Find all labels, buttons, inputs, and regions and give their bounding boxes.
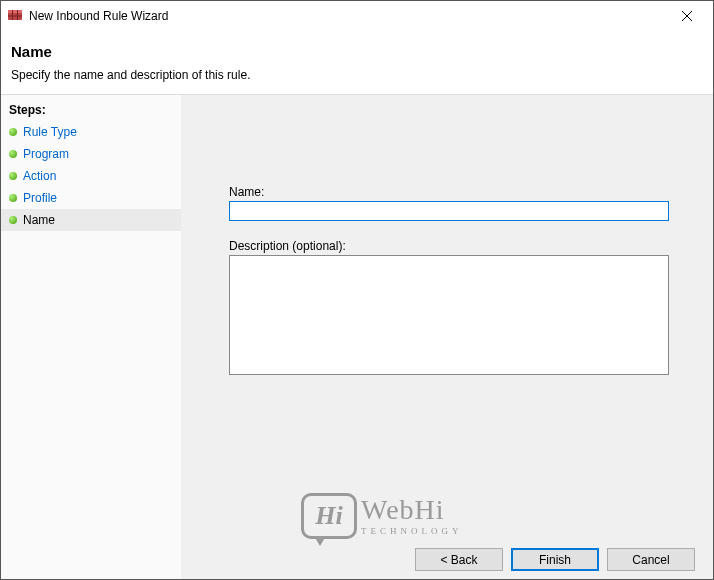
steps-label: Steps: — [1, 99, 181, 121]
step-profile[interactable]: Profile — [1, 187, 181, 209]
step-dot-icon — [9, 194, 17, 202]
firewall-icon — [7, 7, 23, 26]
back-button[interactable]: < Back — [415, 548, 503, 571]
svg-rect-2 — [8, 15, 22, 17]
svg-rect-1 — [8, 10, 22, 13]
name-input[interactable] — [229, 201, 669, 221]
wizard-window: New Inbound Rule Wizard Name Specify the… — [0, 0, 714, 580]
step-program[interactable]: Program — [1, 143, 181, 165]
step-link-action[interactable]: Action — [23, 169, 56, 183]
step-link-profile[interactable]: Profile — [23, 191, 57, 205]
step-rule-type[interactable]: Rule Type — [1, 121, 181, 143]
name-label: Name: — [229, 185, 685, 199]
cancel-button[interactable]: Cancel — [607, 548, 695, 571]
step-dot-icon — [9, 216, 17, 224]
description-textarea[interactable] — [229, 255, 669, 375]
finish-button[interactable]: Finish — [511, 548, 599, 571]
steps-sidebar: Steps: Rule Type Program Action Profile … — [1, 95, 181, 580]
svg-rect-4 — [17, 10, 18, 20]
step-action[interactable]: Action — [1, 165, 181, 187]
step-dot-icon — [9, 172, 17, 180]
step-label-name: Name — [23, 213, 55, 227]
description-label: Description (optional): — [229, 239, 685, 253]
wizard-header: Name Specify the name and description of… — [1, 31, 713, 95]
page-subtitle: Specify the name and description of this… — [11, 68, 703, 82]
description-field-block: Description (optional): — [229, 239, 685, 378]
name-field-block: Name: — [229, 185, 685, 221]
watermark-brand-bottom: TECHNOLOGY — [361, 526, 463, 536]
page-heading: Name — [11, 43, 703, 60]
svg-rect-3 — [12, 10, 13, 20]
step-dot-icon — [9, 150, 17, 158]
step-name[interactable]: Name — [1, 209, 181, 231]
step-link-rule-type[interactable]: Rule Type — [23, 125, 77, 139]
close-button[interactable] — [667, 2, 707, 30]
button-row: < Back Finish Cancel — [415, 548, 695, 571]
window-title: New Inbound Rule Wizard — [29, 9, 667, 23]
watermark-bubble: Hi — [301, 493, 357, 539]
step-dot-icon — [9, 128, 17, 136]
main-panel: Name: Description (optional): Hi WebHi T… — [181, 95, 713, 580]
close-icon — [682, 11, 692, 21]
watermark-logo: Hi WebHi TECHNOLOGY — [301, 493, 463, 539]
wizard-body: Steps: Rule Type Program Action Profile … — [1, 95, 713, 580]
watermark-brand-top: WebHi — [361, 494, 445, 525]
titlebar: New Inbound Rule Wizard — [1, 1, 713, 31]
step-link-program[interactable]: Program — [23, 147, 69, 161]
